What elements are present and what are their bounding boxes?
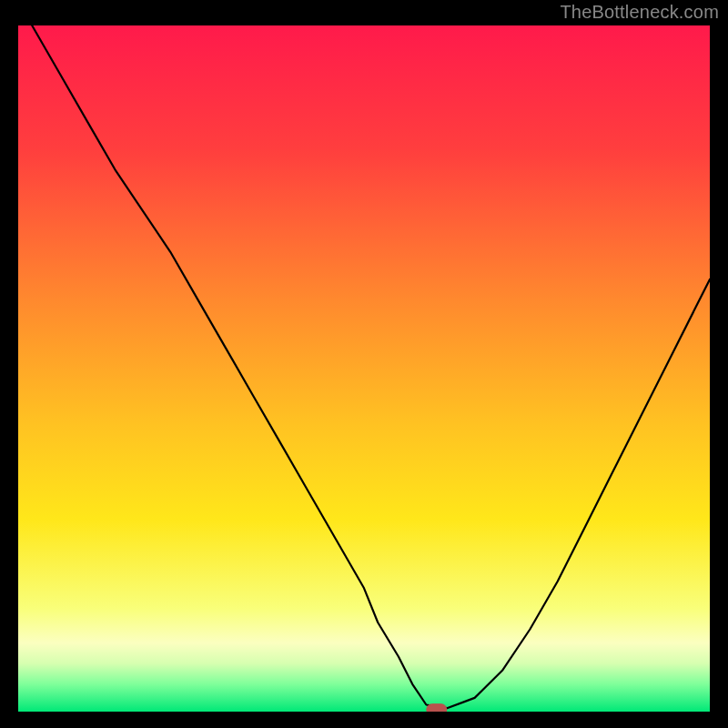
attribution-text: TheBottleneck.com — [560, 2, 719, 23]
bottleneck-chart — [18, 25, 710, 712]
optimal-point-marker — [427, 704, 447, 712]
gradient-background — [18, 25, 710, 712]
